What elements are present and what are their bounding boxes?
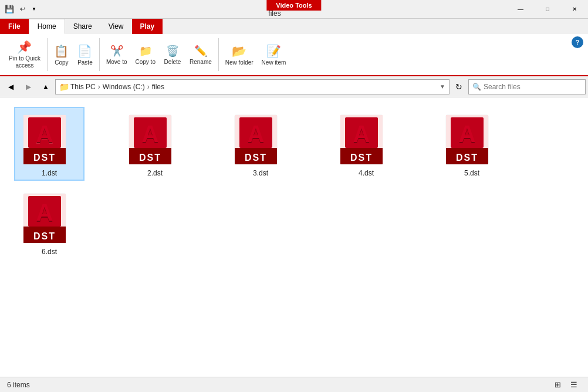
dst-file-icon: A A DST — [232, 110, 289, 167]
refresh-button[interactable]: ↻ — [451, 79, 467, 95]
list-item[interactable]: A A DST 3.dst — [225, 107, 296, 181]
back-button[interactable]: ◀ — [2, 79, 19, 95]
forward-button[interactable]: ▶ — [20, 79, 36, 95]
item-count: 6 items — [7, 381, 30, 389]
quick-access-save-icon: 💾 — [5, 5, 14, 14]
svg-text:A: A — [142, 121, 159, 147]
dst-file-icon: A A DST — [21, 189, 77, 245]
list-item[interactable]: A A A DST 1.dst — [14, 107, 85, 181]
paste-button[interactable]: 📄 Paste — [73, 36, 97, 73]
help-button[interactable]: ? — [572, 36, 583, 48]
large-icon-view-button[interactable]: ⊞ — [550, 378, 565, 392]
svg-text:DST: DST — [33, 153, 56, 163]
breadcrumb-windowsc: Windows (C:) — [103, 83, 145, 91]
breadcrumb-sep2: › — [146, 83, 151, 91]
list-item[interactable]: A A DST 2.dst — [120, 107, 190, 181]
file-name: 3.dst — [253, 169, 268, 177]
breadcrumb-sep1: › — [97, 83, 102, 91]
search-icon: 🔍 — [472, 83, 481, 91]
search-input[interactable] — [484, 83, 582, 91]
svg-text:DST: DST — [245, 153, 267, 163]
file-grid: A A A DST 1.dst A A DST 2.dst — [14, 107, 574, 259]
file-name: 4.dst — [359, 169, 374, 177]
dst-file-icon: A A DST — [444, 110, 500, 167]
address-chevron-icon: ▼ — [440, 83, 445, 90]
svg-text:DST: DST — [33, 231, 56, 241]
file-explorer-content: A A A DST 1.dst A A DST 2.dst — [0, 97, 588, 377]
breadcrumb-thispc: This PC — [70, 83, 96, 91]
svg-text:DST: DST — [139, 153, 161, 163]
video-tools-context-label: Video Tools — [266, 0, 321, 11]
address-bar[interactable]: 📁 This PC › Windows (C:) › files ▼ — [55, 79, 450, 94]
file-name: 6.dst — [42, 248, 57, 256]
list-item[interactable]: A A DST 5.dst — [437, 107, 507, 181]
maximize-button[interactable]: □ — [534, 0, 561, 19]
tab-share[interactable]: Share — [65, 19, 100, 34]
file-name: 5.dst — [464, 169, 479, 177]
svg-text:A: A — [36, 200, 53, 225]
move-to-button[interactable]: ✂️ Move to — [102, 36, 131, 73]
pin-button[interactable]: 📌 Pin to Quickaccess — [5, 36, 45, 73]
svg-text:A: A — [353, 121, 370, 147]
copy-to-button[interactable]: 📁 Copy to — [131, 36, 160, 73]
svg-text:DST: DST — [456, 153, 478, 163]
tab-home[interactable]: Home — [29, 19, 65, 34]
address-folder-icon: 📁 — [59, 82, 69, 92]
status-bar: 6 items ⊞ ☰ — [0, 377, 588, 392]
list-item[interactable]: A A DST 6.dst — [14, 185, 85, 259]
file-name: 1.dst — [42, 169, 57, 177]
dst-file-icon: A A A DST — [21, 110, 77, 167]
svg-text:A: A — [459, 121, 476, 147]
details-view-button[interactable]: ☰ — [567, 378, 581, 392]
new-item-button[interactable]: 📝 New item — [258, 36, 290, 73]
list-item[interactable]: A A DST 4.dst — [331, 107, 401, 181]
quick-access-dropdown-icon[interactable]: ▼ — [31, 5, 38, 14]
rename-button[interactable]: ✏️ Rename — [185, 36, 216, 73]
tab-view[interactable]: View — [100, 19, 132, 34]
new-folder-button[interactable]: 📂 New folder — [221, 36, 258, 73]
svg-text:DST: DST — [350, 153, 373, 163]
dst-file-icon: A A DST — [338, 110, 394, 167]
svg-text:A: A — [248, 121, 265, 147]
up-button[interactable]: ▲ — [38, 79, 54, 95]
delete-button[interactable]: 🗑️ Delete — [160, 36, 185, 73]
search-box[interactable]: 🔍 — [468, 79, 586, 94]
file-name: 2.dst — [147, 169, 163, 177]
dst-file-icon: A A DST — [127, 110, 183, 167]
tab-file[interactable]: File — [0, 19, 29, 34]
copy-button[interactable]: 📋 Copy — [50, 36, 73, 73]
quick-access-undo-icon[interactable]: ↩ — [18, 5, 27, 14]
breadcrumb-files: files — [152, 83, 164, 91]
minimize-button[interactable]: — — [507, 0, 534, 19]
svg-text:A: A — [36, 121, 53, 147]
tab-play[interactable]: Play — [132, 19, 163, 34]
close-button[interactable]: ✕ — [561, 0, 588, 19]
